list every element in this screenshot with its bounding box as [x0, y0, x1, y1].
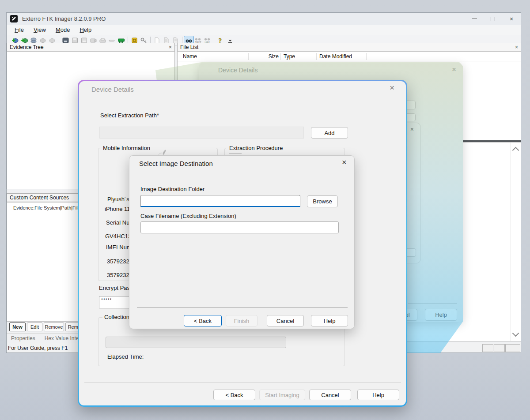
edit-button[interactable]: Edit	[27, 322, 42, 331]
device-owner-text: Piyush´s i	[107, 196, 132, 202]
add-button[interactable]: Add	[311, 127, 348, 139]
screenshot-root: Exterro FTK Imager 8.2.0.9 PRO × File Vi…	[0, 0, 530, 420]
status-grip-cell	[494, 344, 505, 352]
apple-logo-partial-icon	[157, 149, 168, 156]
menu-help[interactable]: Help	[80, 26, 91, 33]
file-list-column-header-row: Name Size Type Date Modified	[178, 52, 521, 61]
extraction-path-label: Select Extraction Path*	[100, 112, 159, 119]
image-destination-folder-label: Image Destination Folder	[140, 186, 204, 192]
status-bar-text: For User Guide, press F1	[8, 345, 68, 351]
status-grip-cell	[505, 344, 520, 352]
help-button[interactable]: Help	[357, 390, 399, 400]
minimize-button-icon[interactable]	[465, 13, 484, 25]
vertical-scrollbar[interactable]	[511, 142, 521, 341]
background-dialog-close-icon[interactable]: ×	[452, 65, 456, 74]
menu-mode[interactable]: Mode	[56, 26, 70, 33]
title-bar: Exterro FTK Imager 8.2.0.9 PRO ×	[7, 13, 521, 25]
window-title: Exterro FTK Imager 8.2.0.9 PRO	[22, 15, 106, 22]
subdialog-back-button[interactable]: < Back	[184, 315, 222, 326]
app-logo-icon	[10, 15, 18, 22]
menu-bar: File View Mode Help	[7, 25, 521, 35]
background-help-button[interactable]: Help	[425, 309, 457, 321]
file-list-close-icon[interactable]: ×	[515, 44, 518, 50]
serial-number-value: GV4HC12	[105, 233, 131, 240]
finish-button[interactable]: Finish	[226, 315, 257, 326]
image-destination-title: Select Image Destination	[139, 160, 213, 167]
image-destination-close-icon[interactable]: ×	[342, 158, 347, 167]
column-size[interactable]: Size	[249, 53, 280, 60]
imei-label: IMEI Num	[106, 244, 132, 251]
tab-properties[interactable]: Properties	[7, 335, 40, 341]
custom-content-sources-title: Custom Content Sources	[10, 195, 69, 201]
select-image-destination-dialog: Select Image Destination × Image Destina…	[129, 155, 355, 329]
subdialog-button-separator	[137, 308, 348, 308]
device-details-close-icon[interactable]: ×	[390, 83, 394, 93]
dialog-button-separator	[84, 382, 401, 382]
case-filename-input[interactable]	[140, 221, 339, 233]
back-button[interactable]: < Back	[213, 390, 255, 400]
status-grip-cell	[482, 344, 493, 352]
evidence-tree-header: Evidence Tree ×	[7, 43, 175, 51]
evidence-tree-title: Evidence Tree	[10, 44, 44, 50]
subdialog-cancel-button[interactable]: Cancel	[267, 315, 304, 326]
file-list-header: File List ×	[177, 43, 521, 51]
column-type[interactable]: Type	[281, 53, 316, 60]
case-filename-label: Case Filename (Excluding Extension)	[140, 213, 236, 219]
new-button[interactable]: New	[9, 322, 26, 331]
encrypt-password-input[interactable]: *****	[99, 296, 129, 308]
background-dialog-title: Device Details	[218, 67, 257, 74]
cancel-button[interactable]: Cancel	[309, 390, 351, 400]
menu-view[interactable]: View	[34, 26, 46, 33]
extraction-procedure-title: Extraction Procedure	[227, 145, 284, 151]
serial-number-label: Serial Nu	[106, 219, 129, 226]
image-destination-folder-input[interactable]	[140, 195, 300, 207]
background-subdialog-close-icon[interactable]: ×	[410, 126, 414, 133]
device-details-title: Device Details	[91, 86, 134, 93]
device-model-text: iPhone 11	[105, 206, 130, 212]
evidence-tree-close-icon[interactable]: ×	[169, 44, 172, 50]
collection-progress-bar	[106, 337, 286, 348]
encrypt-password-label: Encrypt Pas	[99, 285, 130, 291]
elapsed-time-label: Elapsed Time:	[107, 353, 144, 360]
menu-file[interactable]: File	[15, 26, 24, 33]
extraction-path-input[interactable]	[99, 127, 304, 139]
close-button-icon[interactable]: ×	[502, 13, 521, 25]
window-controls: ×	[465, 13, 521, 25]
restore-button-icon[interactable]	[484, 13, 502, 25]
scroll-down-icon[interactable]	[512, 330, 519, 337]
file-list-title: File List	[180, 44, 198, 50]
scroll-up-icon[interactable]	[512, 147, 519, 154]
background-dialog-separator	[408, 303, 457, 304]
browse-button[interactable]: Browse	[307, 195, 338, 207]
start-imaging-button[interactable]: Start Imaging	[259, 390, 305, 400]
column-name[interactable]: Name	[178, 53, 248, 60]
column-date-modified[interactable]: Date Modified	[317, 53, 366, 60]
mobile-information-title: Mobile Information	[101, 145, 152, 151]
remove-button[interactable]: Remove	[44, 322, 64, 331]
collection-group-title: Collection	[102, 314, 131, 320]
subdialog-help-button[interactable]: Help	[311, 315, 348, 326]
